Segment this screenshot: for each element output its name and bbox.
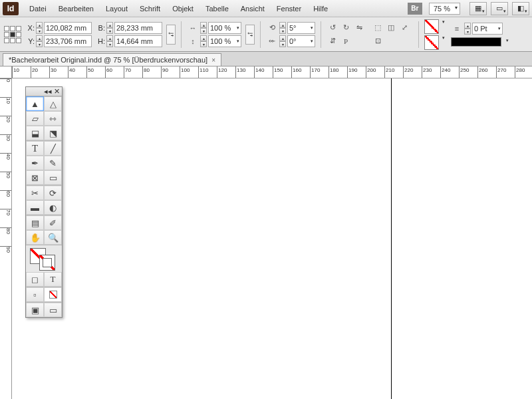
transform-buttons: ↺ ↻ ⇋ ⇵ P — [327, 22, 368, 47]
shear-spinner[interactable]: ▴▾ — [279, 35, 286, 47]
stroke-weight-icon: ≡ — [451, 23, 463, 35]
pencil-tool[interactable]: ✎ — [44, 156, 62, 170]
fill-swatch[interactable] — [424, 19, 439, 34]
scale-y-icon: ↕ — [187, 35, 199, 47]
center-content-icon[interactable]: ⊡ — [372, 35, 384, 47]
menu-bar: Id Datei Bearbeiten Layout Schrift Objek… — [0, 0, 532, 17]
h-field[interactable]: 14,664 mm — [114, 35, 162, 47]
h-label: H: — [96, 37, 105, 45]
scale-x-field[interactable]: 100 % — [208, 22, 241, 34]
document-tab-title: *Bachelorarbeit Original.indd @ 75 % [Üb… — [9, 56, 207, 64]
y-field[interactable]: 233,706 mm — [44, 35, 92, 47]
view-options-button[interactable]: ▦ — [469, 2, 487, 15]
menu-layout[interactable]: Layout — [100, 2, 133, 15]
scissors-tool[interactable]: ✂ — [26, 186, 44, 200]
menu-datei[interactable]: Datei — [24, 2, 52, 15]
constrain-wh-icon[interactable]: ⥃ — [166, 25, 176, 45]
rectangle-tool[interactable]: ▭ — [44, 170, 62, 185]
free-transform-tool[interactable]: ⟳ — [44, 186, 62, 200]
page-tool[interactable]: ▱ — [26, 111, 44, 126]
select-container-icon[interactable]: ⬚ — [372, 22, 384, 34]
tools-panel-header[interactable]: ◂◂✕ — [26, 87, 62, 96]
angle-spinner[interactable]: ▴▾ — [279, 22, 286, 34]
formatting-container-icon[interactable]: ◻ — [26, 272, 44, 287]
x-spinner[interactable]: ▴▾ — [36, 22, 43, 34]
x-label: X: — [25, 24, 35, 32]
y-label: Y: — [25, 37, 35, 45]
pen-tool[interactable]: ✒ — [26, 156, 44, 170]
scale-x-icon: ↔ — [187, 22, 199, 34]
constrain-scale-icon[interactable]: ⥃ — [245, 25, 255, 45]
rotation-field[interactable]: 5° — [287, 22, 315, 34]
gradient-feather-tool[interactable]: ◐ — [44, 200, 62, 215]
stroke-weight-field[interactable]: 0 Pt — [472, 23, 503, 35]
collapse-icon[interactable]: ◂◂ — [44, 87, 52, 96]
h-spinner[interactable]: ▴▾ — [106, 35, 113, 47]
control-bar: X:▴▾120,082 mm Y:▴▾233,706 mm B:▴▾28,233… — [0, 17, 532, 52]
w-field[interactable]: 28,233 mm — [114, 22, 162, 34]
normal-view-icon[interactable]: ▣ — [26, 303, 44, 317]
rectangle-frame-tool[interactable]: ⊠ — [26, 170, 44, 185]
zoom-tool[interactable]: 🔍 — [44, 230, 62, 245]
reference-point[interactable] — [4, 26, 21, 43]
line-tool[interactable]: ╱ — [44, 141, 62, 156]
x-field[interactable]: 120,082 mm — [44, 22, 92, 34]
content-collector-tool[interactable]: ⬓ — [26, 126, 44, 140]
sy-spinner[interactable]: ▴▾ — [200, 35, 207, 47]
stroke-box[interactable] — [39, 255, 55, 271]
rotate-ccw-icon[interactable]: ↺ — [327, 22, 338, 34]
selection-tool[interactable]: ▲ — [26, 96, 44, 111]
preview-mode-icon[interactable]: ▭ — [44, 303, 62, 317]
ruler-origin[interactable] — [0, 66, 12, 78]
stroke-spinner[interactable]: ▴▾ — [464, 23, 471, 35]
hand-tool[interactable]: ✋ — [26, 230, 44, 245]
eyedropper-tool[interactable]: ✐ — [44, 215, 62, 230]
note-tool[interactable]: ▤ — [26, 215, 44, 230]
p-icon[interactable]: P — [340, 35, 352, 47]
sx-spinner[interactable]: ▴▾ — [200, 22, 207, 34]
menu-objekt[interactable]: Objekt — [167, 2, 199, 15]
gradient-swatch-tool[interactable]: ▬ — [26, 200, 44, 215]
menu-tabelle[interactable]: Tabelle — [200, 2, 234, 15]
close-icon[interactable]: ✕ — [54, 87, 60, 96]
apply-none-icon[interactable]: ▫ — [26, 287, 44, 302]
fill-stroke-control[interactable] — [26, 245, 62, 272]
menu-schrift[interactable]: Schrift — [134, 2, 166, 15]
rotate-cw-icon[interactable]: ↻ — [340, 22, 352, 34]
document-tab-bar: *Bachelorarbeit Original.indd @ 75 % [Üb… — [0, 52, 532, 66]
ruler-horizontal[interactable]: 1020304050607080901001101201301401501601… — [12, 66, 532, 78]
content-placer-tool[interactable]: ⬔ — [44, 126, 62, 140]
flip-v-icon[interactable]: ⇵ — [327, 35, 338, 47]
scale-y-field[interactable]: 100 % — [208, 35, 241, 47]
tools-panel[interactable]: ◂◂✕ ▲ △ ▱ ⇿ ⬓ ⬔ T ╱ ✒ ✎ ⊠ ▭ ✂ ⟳ ▬ ◐ ▤ ✐ … — [25, 86, 63, 318]
arrange-button[interactable]: ◧ — [512, 2, 529, 15]
close-tab-icon[interactable]: × — [211, 57, 215, 64]
rotate-icon: ⟲ — [266, 22, 278, 34]
zoom-select[interactable]: 75 % — [429, 3, 460, 15]
menu-bearbeiten[interactable]: Bearbeiten — [53, 2, 99, 15]
screen-mode-button[interactable]: ▭ — [491, 2, 508, 15]
stroke-dd[interactable]: ▾ — [440, 35, 447, 50]
document-tab[interactable]: *Bachelorarbeit Original.indd @ 75 % [Üb… — [3, 53, 221, 66]
shear-field[interactable]: 0° — [287, 35, 315, 47]
stroke-swatch[interactable] — [424, 35, 439, 50]
fit-content-icon[interactable]: ⤢ — [398, 22, 410, 34]
y-spinner[interactable]: ▴▾ — [36, 35, 43, 47]
canvas[interactable] — [12, 78, 532, 399]
stroke-style-field[interactable] — [451, 37, 501, 47]
apply-color-icon[interactable] — [44, 287, 62, 302]
select-content-icon[interactable]: ◫ — [385, 22, 397, 34]
ruler-vertical[interactable]: 0102030405060708090 — [0, 78, 12, 399]
menu-hilfe[interactable]: Hilfe — [308, 2, 333, 15]
bridge-icon[interactable]: Br — [408, 3, 422, 15]
menu-fenster[interactable]: Fenster — [271, 2, 307, 15]
w-spinner[interactable]: ▴▾ — [106, 22, 113, 34]
fill-dd[interactable]: ▾ — [440, 19, 447, 34]
formatting-text-icon[interactable]: T — [44, 272, 62, 287]
app-logo: Id — [3, 2, 19, 15]
menu-ansicht[interactable]: Ansicht — [235, 2, 270, 15]
flip-h-icon[interactable]: ⇋ — [353, 22, 365, 34]
type-tool[interactable]: T — [26, 141, 44, 156]
gap-tool[interactable]: ⇿ — [44, 111, 62, 126]
direct-selection-tool[interactable]: △ — [44, 96, 62, 111]
